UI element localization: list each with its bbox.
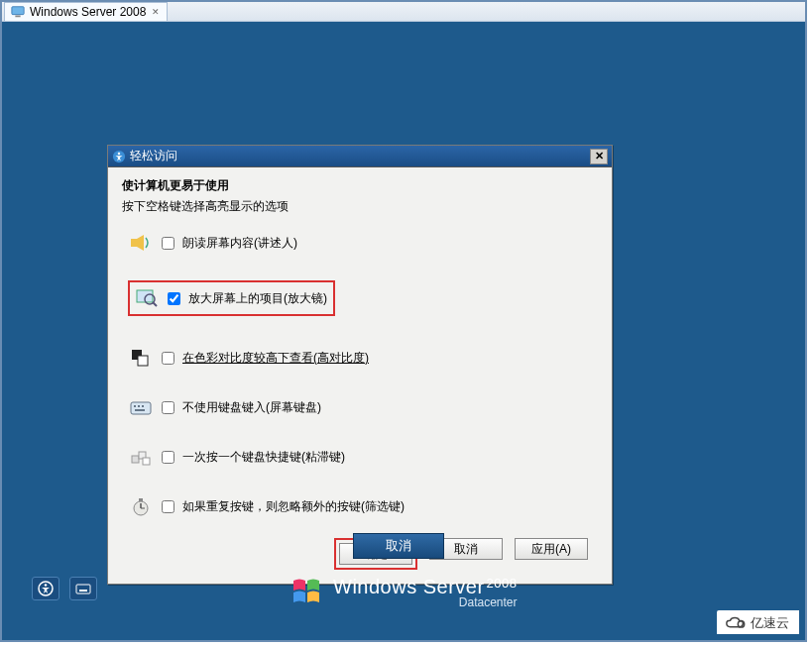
dialog-titlebar[interactable]: 轻松访问 ✕ bbox=[108, 146, 612, 167]
apply-button[interactable]: 应用(A) bbox=[515, 538, 588, 560]
option-high-contrast: 在色彩对比度较高下查看(高对比度) bbox=[122, 340, 598, 376]
tab-title: Windows Server 2008 bbox=[30, 5, 146, 19]
watermark: 亿速云 bbox=[717, 610, 799, 634]
svg-rect-19 bbox=[139, 498, 143, 501]
watermark-text: 亿速云 bbox=[751, 614, 789, 632]
option-filter-keys: 如果重复按键，则忽略额外的按键(筛选键) bbox=[122, 488, 598, 524]
desktop: 轻松访问 ✕ 使计算机更易于使用 按下空格键选择高亮显示的选项 朗读屏幕内容(讲… bbox=[2, 22, 805, 640]
svg-rect-11 bbox=[134, 405, 136, 407]
speaker-icon bbox=[128, 231, 154, 255]
stopwatch-icon bbox=[128, 494, 154, 518]
dialog-heading: 使计算机更易于使用 bbox=[122, 177, 598, 194]
svg-rect-4 bbox=[131, 239, 137, 247]
option-magnifier: 放大屏幕上的项目(放大镜) bbox=[122, 274, 598, 322]
dialog-title: 轻松访问 bbox=[130, 148, 177, 164]
logo-text-line2: Datacenter bbox=[333, 596, 518, 608]
svg-rect-14 bbox=[135, 409, 145, 411]
keyboard-icon bbox=[128, 395, 154, 419]
sticky-keys-icon bbox=[128, 445, 154, 469]
windows-logo-area: Windows Server2008 Datacenter bbox=[290, 575, 518, 610]
sticky-keys-checkbox[interactable] bbox=[162, 451, 174, 464]
onscreen-keyboard-button[interactable] bbox=[69, 577, 97, 600]
narrator-checkbox[interactable] bbox=[162, 237, 174, 250]
cloud-icon bbox=[725, 615, 747, 631]
svg-rect-10 bbox=[131, 402, 151, 414]
tab-bar: Windows Server 2008 ✕ bbox=[2, 2, 805, 22]
accessibility-icon bbox=[112, 150, 126, 163]
windows-flag-icon bbox=[290, 575, 325, 610]
magnifier-icon bbox=[134, 286, 160, 310]
svg-rect-15 bbox=[132, 456, 139, 463]
tab-windows-server[interactable]: Windows Server 2008 ✕ bbox=[4, 2, 168, 21]
svg-rect-24 bbox=[76, 585, 90, 593]
svg-rect-12 bbox=[138, 405, 140, 407]
filter-keys-checkbox[interactable] bbox=[162, 500, 174, 513]
svg-rect-0 bbox=[12, 7, 24, 15]
ease-of-access-dialog: 轻松访问 ✕ 使计算机更易于使用 按下空格键选择高亮显示的选项 朗读屏幕内容(讲… bbox=[107, 145, 613, 585]
option-sticky-keys: 一次按一个键盘快捷键(粘滞键) bbox=[122, 439, 598, 475]
dialog-subtext: 按下空格键选择高亮显示的选项 bbox=[122, 198, 598, 215]
magnifier-checkbox[interactable] bbox=[168, 292, 180, 305]
option-label: 放大屏幕上的项目(放大镜) bbox=[188, 290, 327, 307]
option-label: 一次按一个键盘快捷键(粘滞键) bbox=[182, 449, 345, 466]
option-label: 不使用键盘键入(屏幕键盘) bbox=[182, 399, 321, 416]
contrast-icon bbox=[128, 346, 154, 370]
option-label: 朗读屏幕内容(讲述人) bbox=[182, 235, 297, 252]
option-label: 如果重复按键，则忽略额外的按键(筛选键) bbox=[182, 498, 405, 515]
monitor-icon bbox=[11, 5, 25, 19]
tab-close-icon[interactable]: ✕ bbox=[151, 7, 161, 17]
high-contrast-checkbox[interactable] bbox=[162, 352, 174, 365]
svg-line-7 bbox=[153, 302, 157, 306]
svg-point-23 bbox=[45, 584, 48, 587]
svg-rect-1 bbox=[15, 16, 20, 18]
option-label: 在色彩对比度较高下查看(高对比度) bbox=[182, 350, 369, 367]
svg-rect-9 bbox=[138, 356, 148, 366]
svg-point-3 bbox=[118, 152, 120, 154]
svg-rect-17 bbox=[143, 458, 150, 465]
onscreen-keyboard-checkbox[interactable] bbox=[162, 401, 174, 414]
svg-rect-13 bbox=[142, 405, 144, 407]
dialog-close-button[interactable]: ✕ bbox=[590, 149, 608, 164]
background-cancel-button[interactable]: 取消 bbox=[353, 533, 444, 559]
option-narrator: 朗读屏幕内容(讲述人) bbox=[122, 225, 598, 261]
logo-text-line1: Windows Server2008 bbox=[333, 577, 518, 596]
ease-of-access-button[interactable] bbox=[32, 577, 59, 600]
option-onscreen-keyboard: 不使用键盘键入(屏幕键盘) bbox=[122, 389, 598, 425]
